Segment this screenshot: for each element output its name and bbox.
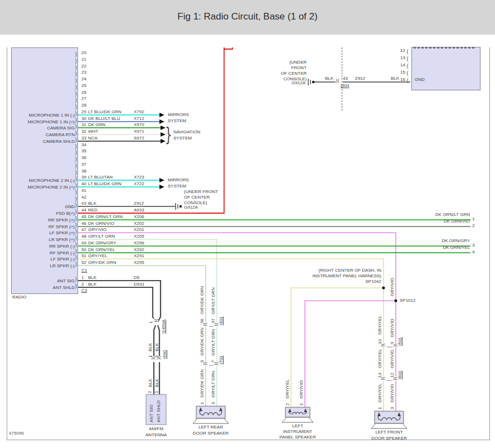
speaker-caption: PANEL SPEAKER	[276, 435, 319, 440]
pin-bracket: )	[75, 104, 77, 110]
wire-color-label: GRY/VIO	[390, 274, 395, 296]
connector-c3-label: C3	[81, 288, 87, 293]
gnd-module-block	[411, 47, 481, 90]
ground-location-note-line: (UNDER	[262, 60, 307, 65]
ground-id-g912a: G912A	[184, 205, 198, 210]
inline-connector-symbol: )(	[336, 79, 339, 84]
pin-bracket: )	[75, 110, 77, 117]
wire-segment-label: 2 GRY/YEL	[285, 358, 290, 406]
inline-pin-number: 1	[148, 351, 153, 358]
wire-color-label: GRY/YEL	[88, 253, 108, 258]
ground-location-note-line: OF CENTER	[262, 71, 307, 76]
inline-connector-symbol: )(	[202, 322, 207, 326]
frame-right	[489, 47, 490, 440]
exit-wire-label: DK GRN/GRY	[414, 238, 470, 243]
pin-number: 45	[81, 214, 86, 219]
pin-number: 50	[81, 247, 86, 252]
circuit-code: X292	[134, 247, 144, 252]
inline-connector-symbol: )(	[380, 343, 385, 347]
wire-color-label: LT BLU/DK GRN	[88, 181, 122, 186]
pin-number: 36	[81, 155, 86, 160]
pin-number: 24	[81, 76, 86, 81]
ground-location-note-line: FRONT	[262, 65, 307, 70]
pin-bracket: )	[75, 235, 77, 241]
pin-number: 40	[81, 181, 86, 186]
wire-color-label: GRY/LT GRN	[88, 234, 115, 239]
wire-segment-label: 37 GRY/LT GRN	[211, 276, 216, 324]
wire-segment-label: 36 GRY/DK GRN	[200, 276, 205, 324]
component-pin-number: 1	[154, 388, 159, 393]
pin-bracket: )	[75, 130, 77, 136]
circuit-code: X295	[134, 260, 144, 265]
radio-pin-label: FSD B(+)	[12, 211, 75, 216]
speaker-caption: LEFT REAR	[192, 425, 229, 430]
wire-color-label: DK GRN	[88, 122, 105, 127]
pin-number: 32	[81, 129, 86, 134]
pin-number: 51	[81, 253, 86, 258]
splice-note-line: INSTRUMENT PANEL HARNESS)	[292, 273, 381, 278]
radio-pin-label: GND	[12, 204, 75, 209]
pin-bracket: )	[75, 242, 77, 248]
inline-connector-id: I560	[162, 344, 167, 359]
pin-bracket: )	[75, 123, 77, 129]
pin-number: 22	[81, 64, 86, 69]
wire-color-label: WHT	[88, 129, 98, 134]
wire-color-label: BLK	[148, 375, 153, 387]
radio-pin-label: RF SPKR (+)	[12, 224, 75, 229]
inline-connector-symbol: )(	[213, 322, 219, 326]
arrow-icon	[159, 178, 164, 182]
pin-number: 23	[81, 70, 86, 75]
destination-label: MIRRORS	[168, 112, 189, 117]
inline-connector-id: I301	[219, 311, 224, 325]
pin-bracket: )	[75, 97, 77, 103]
inline-connector-id: I601	[397, 365, 402, 379]
wire	[78, 287, 156, 322]
wire-color-label: BLK	[154, 339, 159, 351]
circuit-code: X296	[134, 240, 144, 245]
wire-color-label: BLK	[88, 201, 96, 206]
radio-pin-label: ANT SIG	[12, 278, 75, 283]
speaker-base	[282, 417, 313, 422]
pin-number: 30	[81, 116, 86, 121]
speaker-base	[193, 418, 229, 423]
pin-bracket: )	[75, 189, 77, 195]
antenna-terminal-label: ANT SIG	[149, 397, 154, 422]
page: Fig 1: Radio Circuit, Base (1 of 2) RADI…	[0, 0, 495, 448]
wire-segment-label: 3 GRY/VIO	[390, 384, 395, 410]
wire-color-label: LT BLU/DK GRN	[88, 109, 122, 114]
pin-number: 13	[396, 55, 405, 60]
circuit-code: X206	[134, 214, 144, 219]
splice-id-sp1012: SP1012	[400, 298, 415, 303]
pin-number: 12	[396, 48, 405, 53]
pin-number: 33	[81, 136, 86, 141]
antenna-terminal-label: ANT SHLD	[156, 397, 161, 422]
circuit-code: X792	[134, 109, 144, 114]
pin-number: 34	[81, 142, 86, 147]
radio-pin-label: RR SPKR (+)	[12, 218, 75, 223]
wire	[77, 47, 224, 213]
pin-number: 52	[81, 260, 86, 265]
exit-wire-label: DK GRN/VIO	[414, 219, 470, 224]
pin-bracket: )	[75, 58, 77, 64]
harness-boundary-dashed-line	[342, 47, 342, 110]
wire-color-label: BLK	[88, 275, 96, 280]
pin-bracket: )	[75, 137, 77, 143]
pin-number: 15	[396, 70, 405, 75]
exit-pin-number: 3	[472, 243, 474, 248]
exit-pin-number: 4	[472, 249, 474, 254]
wire-segment-label: 13 GRY/YEL	[377, 351, 382, 378]
pin-number: 21	[81, 57, 86, 62]
circuit-code: X291	[134, 253, 144, 258]
ground-location-note-line: (UNDER FRONT	[184, 189, 218, 194]
pin-bracket: (	[406, 70, 409, 76]
wire-color-label: DK BLU/LT BLU	[88, 116, 120, 121]
pin-number: 47	[81, 227, 86, 232]
circuit-code: Z912	[134, 201, 144, 206]
radio-pin-label: LF SPKR (-)	[12, 257, 75, 262]
wire	[224, 47, 232, 49]
pin-bracket: )	[75, 84, 77, 90]
inline-connector-symbol: )(	[380, 377, 385, 380]
pin-number: 2	[81, 282, 84, 287]
inline-pin-number: 2	[154, 351, 159, 358]
wire-color-label: LT BLU/TAN	[88, 175, 113, 180]
